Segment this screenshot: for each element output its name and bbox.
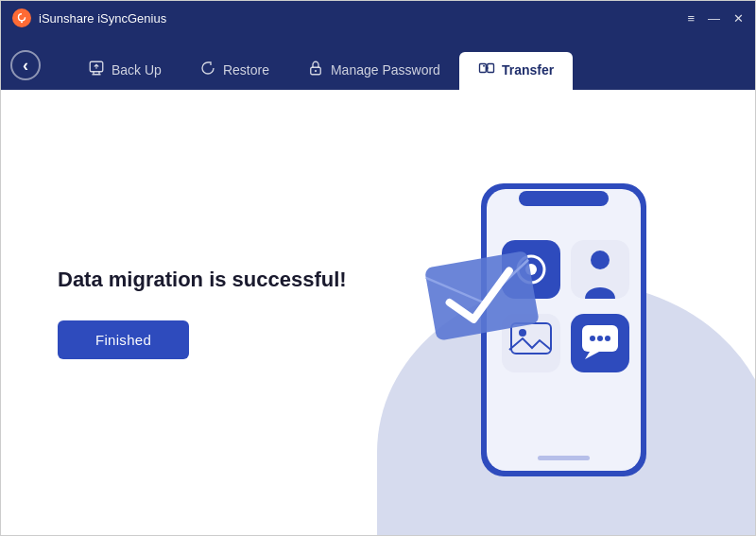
title-bar: iSunshare iSyncGenius ≡ — ✕ xyxy=(1,1,755,35)
tab-transfer[interactable]: Transfer xyxy=(459,52,573,90)
svg-rect-10 xyxy=(519,191,609,206)
tab-restore-label: Restore xyxy=(223,62,269,78)
svg-rect-5 xyxy=(479,64,486,73)
tab-backup-label: Back Up xyxy=(112,62,162,78)
svg-point-22 xyxy=(597,336,603,341)
restore-icon xyxy=(199,60,216,80)
success-message: Data migration is successful! xyxy=(58,268,347,292)
app-title: iSunshare iSyncGenius xyxy=(39,11,166,26)
app-icon xyxy=(12,9,31,27)
svg-point-23 xyxy=(605,336,610,341)
title-bar-controls: ≡ — ✕ xyxy=(687,11,744,26)
minimize-icon[interactable]: — xyxy=(708,11,720,26)
menu-icon[interactable]: ≡ xyxy=(687,11,695,26)
svg-point-21 xyxy=(590,336,595,341)
back-arrow-icon: ‹ xyxy=(23,56,28,76)
phone-illustration xyxy=(396,155,698,509)
left-section: Data migration is successful! Finished xyxy=(1,230,404,397)
backup-icon xyxy=(88,60,105,80)
tab-transfer-label: Transfer xyxy=(502,62,554,78)
svg-point-1 xyxy=(21,21,23,23)
svg-point-4 xyxy=(315,70,317,72)
main-content: Data migration is successful! Finished xyxy=(1,90,755,536)
tab-manage-password[interactable]: Manage Password xyxy=(288,52,459,90)
tab-manage-password-label: Manage Password xyxy=(331,62,440,78)
title-bar-left: iSunshare iSyncGenius xyxy=(12,9,166,27)
lock-icon xyxy=(307,60,324,80)
svg-rect-24 xyxy=(538,456,590,460)
svg-point-15 xyxy=(591,251,610,269)
tab-restore[interactable]: Restore xyxy=(180,52,288,90)
finished-button[interactable]: Finished xyxy=(58,320,189,359)
nav-tabs: Back Up Restore Manage Password xyxy=(69,52,746,90)
tab-backup[interactable]: Back Up xyxy=(69,52,180,90)
nav-bar: ‹ Back Up Restore xyxy=(1,35,755,90)
phone-svg xyxy=(396,155,698,505)
svg-point-7 xyxy=(483,65,485,67)
transfer-icon xyxy=(478,60,495,80)
close-icon[interactable]: ✕ xyxy=(733,11,744,26)
back-button[interactable]: ‹ xyxy=(10,50,41,80)
svg-point-18 xyxy=(519,329,526,337)
